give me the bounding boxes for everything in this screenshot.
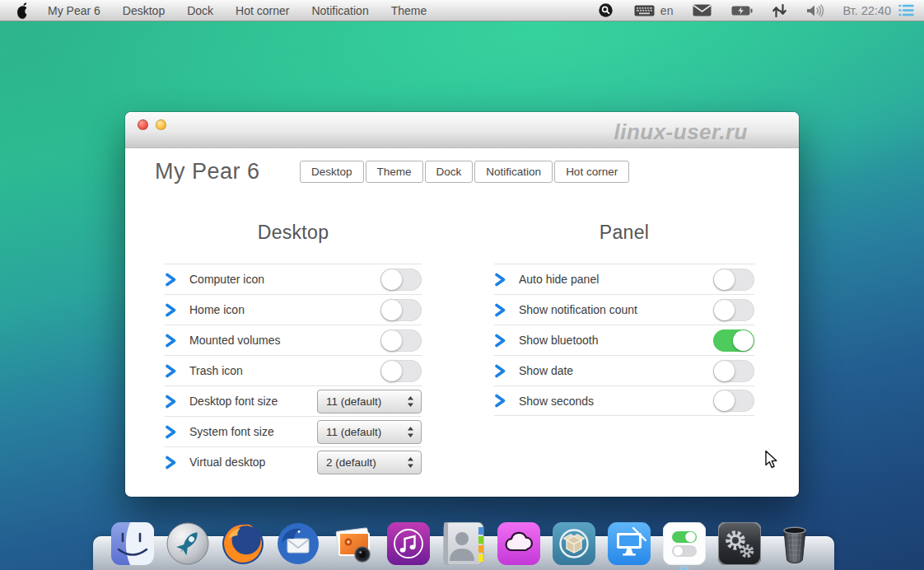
setting-row-show-seconds: Show seconds [494, 385, 754, 416]
dock-item-launcher-rocket[interactable] [166, 522, 209, 565]
keyboard-icon[interactable] [634, 5, 655, 16]
dock-item-contacts[interactable] [442, 522, 485, 565]
setting-row-trash-icon: Trash icon [165, 355, 422, 385]
dock-item-system-tools[interactable] [718, 522, 761, 565]
show-seconds-toggle[interactable] [713, 390, 754, 412]
home-icon-toggle[interactable] [380, 299, 422, 321]
chevron-right-icon [494, 364, 506, 378]
desktop-font-size-select[interactable]: 11 (default) [317, 390, 422, 413]
window-titlebar[interactable]: linux-user.ru [125, 112, 799, 148]
setting-label: Desktop font size [189, 395, 317, 408]
trash-icon-toggle[interactable] [380, 360, 422, 382]
dock-item-music[interactable] [387, 522, 430, 565]
setting-label: Trash icon [189, 364, 380, 377]
toggle-knob [714, 390, 735, 411]
chevron-right-icon [494, 334, 506, 348]
menu-item-app[interactable]: My Pear 6 [48, 4, 100, 17]
show-date-toggle[interactable] [713, 360, 754, 382]
mounted-volumes-toggle[interactable] [380, 329, 422, 352]
minimize-button[interactable] [156, 119, 166, 130]
dock-item-photos[interactable] [332, 522, 375, 565]
toggle-knob [714, 269, 735, 290]
chevron-right-icon [165, 364, 177, 378]
desktop-screen: My Pear 6 Desktop Dock Hot corner Notifi… [0, 0, 924, 570]
setting-label: Show notification count [519, 303, 713, 316]
dock-item-trash[interactable] [773, 522, 816, 565]
menu-bar: My Pear 6 Desktop Dock Hot corner Notifi… [0, 0, 924, 21]
setting-label: Auto hide panel [519, 273, 713, 286]
dock-item-cydia[interactable] [553, 522, 595, 565]
toggle-knob [714, 361, 735, 381]
volume-icon[interactable] [806, 4, 824, 17]
desktop-settings-column: Desktop Computer icon Home icon Mounted … [165, 222, 422, 477]
pear-logo-icon[interactable] [15, 2, 30, 20]
setting-row-show-bluetooth: Show bluetooth [494, 325, 754, 355]
show-bluetooth-toggle[interactable] [713, 329, 754, 352]
section-heading-desktop: Desktop [165, 222, 422, 244]
toggle-knob [381, 269, 402, 290]
stepper-arrows-icon [407, 456, 414, 469]
watermark: linux-user.ru [614, 119, 748, 145]
setting-row-show-date: Show date [494, 355, 754, 385]
stepper-arrows-icon [407, 395, 414, 408]
computer-icon-toggle[interactable] [380, 269, 422, 291]
chevron-right-icon [494, 303, 506, 317]
system-font-size-select[interactable]: 11 (default) [317, 420, 422, 444]
tab-dock[interactable]: Dock [425, 161, 474, 183]
virtual-desktop-select[interactable]: 2 (default) [317, 451, 422, 474]
toggle-knob [381, 330, 402, 351]
chevron-right-icon [165, 425, 177, 439]
toggle-knob [714, 300, 735, 320]
dock-item-firefox[interactable] [222, 522, 264, 565]
chevron-right-icon [165, 334, 177, 348]
select-value: 2 (default) [326, 456, 376, 469]
tab-bar: Desktop Theme Dock Notification Hot corn… [300, 161, 629, 183]
menu-item-hot-corner[interactable]: Hot corner [236, 4, 289, 17]
setting-row-virtual-desktop: Virtual desktop 2 (default) [165, 446, 422, 477]
chevron-right-icon [165, 395, 177, 409]
search-icon[interactable] [599, 3, 613, 17]
menu-item-notification[interactable]: Notification [311, 4, 368, 17]
section-heading-panel: Panel [494, 222, 754, 244]
dock-item-display[interactable] [608, 522, 651, 565]
battery-icon[interactable] [731, 6, 753, 16]
mail-icon[interactable] [693, 4, 712, 16]
dock-item-cloud[interactable] [497, 522, 540, 565]
clock-label[interactable]: Вт. 22:40 [842, 4, 891, 17]
dock-item-thunderbird[interactable] [277, 522, 320, 565]
close-button[interactable] [138, 119, 148, 130]
show-notification-count-toggle[interactable] [713, 299, 754, 321]
menu-item-desktop[interactable]: Desktop [123, 4, 165, 17]
setting-label: Show date [519, 364, 713, 377]
toggle-knob [381, 300, 402, 320]
panel-settings-column: Panel Auto hide panel Show notification … [494, 222, 754, 477]
setting-row-computer-icon: Computer icon [165, 264, 422, 294]
setting-label: Show bluetooth [519, 334, 713, 347]
select-value: 11 (default) [326, 426, 381, 438]
setting-label: Home icon [189, 303, 380, 316]
updown-arrows-icon[interactable] [772, 4, 786, 17]
menu-item-theme[interactable]: Theme [391, 4, 427, 17]
tab-hot-corner[interactable]: Hot corner [554, 161, 629, 183]
settings-window: linux-user.ru My Pear 6 Desktop Theme Do… [125, 112, 799, 497]
tab-desktop[interactable]: Desktop [300, 161, 364, 183]
chevron-right-icon [494, 273, 506, 287]
menu-item-dock[interactable]: Dock [187, 4, 213, 17]
auto-hide-panel-toggle[interactable] [713, 269, 754, 291]
dock-item-preferences-toggles[interactable] [663, 522, 706, 565]
stepper-arrows-icon [407, 426, 414, 438]
setting-row-auto-hide-panel: Auto hide panel [494, 264, 754, 294]
menu-list-icon[interactable] [898, 4, 914, 16]
dock-item-file-manager[interactable] [111, 522, 154, 565]
tab-theme[interactable]: Theme [366, 161, 423, 183]
input-language-label[interactable]: en [660, 4, 674, 17]
setting-row-system-font-size: System font size 11 (default) [165, 416, 422, 446]
setting-row-show-notification-count: Show notification count [494, 294, 754, 325]
setting-row-home-icon: Home icon [165, 294, 422, 325]
setting-label: Computer icon [189, 273, 380, 286]
toggle-knob [381, 361, 402, 381]
toggle-knob [733, 330, 754, 351]
tab-notification[interactable]: Notification [474, 161, 553, 183]
chevron-right-icon [165, 273, 177, 287]
chevron-right-icon [494, 394, 506, 408]
